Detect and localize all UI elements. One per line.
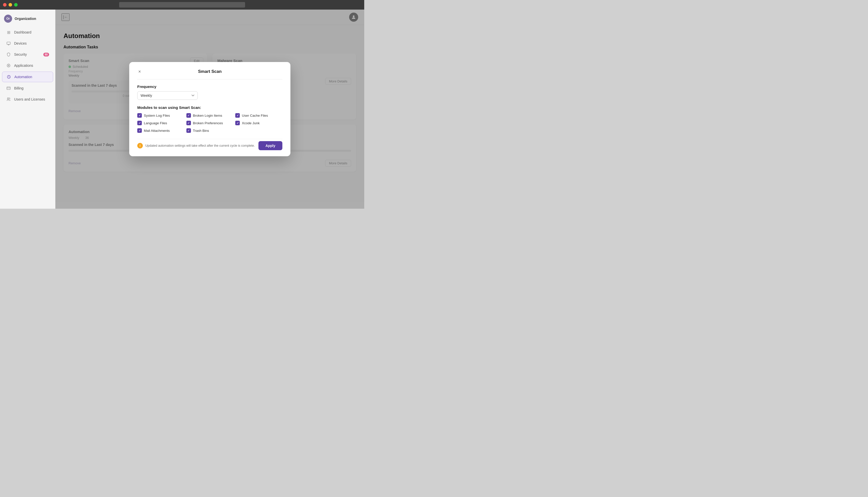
sidebar-item-label: Billing bbox=[14, 86, 24, 90]
module-label: Trash Bins bbox=[193, 129, 209, 132]
url-bar[interactable] bbox=[119, 2, 245, 8]
sidebar-item-users[interactable]: Users and Licenses bbox=[2, 94, 53, 104]
checkbox-xcode-junk[interactable] bbox=[235, 121, 240, 125]
devices-icon bbox=[6, 41, 11, 46]
checkbox-trash-bins[interactable] bbox=[187, 128, 191, 133]
sidebar-item-billing[interactable]: Billing bbox=[2, 83, 53, 93]
titlebar bbox=[0, 0, 364, 10]
module-label: Xcode Junk bbox=[242, 121, 260, 125]
billing-icon bbox=[6, 86, 11, 91]
smart-scan-modal: × Smart Scan Frequency Weekly Daily Mont… bbox=[129, 62, 291, 156]
shield-icon bbox=[6, 52, 11, 57]
module-label: Mail Attachments bbox=[144, 129, 170, 132]
sidebar-item-label: Applications bbox=[14, 63, 33, 68]
module-user-cache-files[interactable]: User Cache Files bbox=[235, 113, 282, 118]
module-label: Language Files bbox=[144, 121, 167, 125]
modal-footer: ! Updated automation settings will take … bbox=[137, 139, 282, 150]
modal-overlay[interactable]: × Smart Scan Frequency Weekly Daily Mont… bbox=[55, 10, 364, 209]
sidebar-item-security[interactable]: Security 60 bbox=[2, 49, 53, 59]
module-mail-attachments[interactable]: Mail Attachments bbox=[137, 128, 185, 133]
modules-title: Modules to scan using Smart Scan: bbox=[137, 105, 282, 110]
checkbox-language-files[interactable] bbox=[137, 121, 142, 125]
sidebar-item-devices[interactable]: Devices bbox=[2, 38, 53, 48]
minimize-traffic-light[interactable] bbox=[9, 3, 12, 6]
svg-rect-0 bbox=[7, 42, 10, 44]
frequency-section-title: Frequency bbox=[137, 84, 282, 89]
sidebar-item-label: Devices bbox=[14, 41, 27, 45]
sidebar-item-label: Automation bbox=[14, 75, 32, 79]
sidebar-item-label: Users and Licenses bbox=[14, 97, 45, 101]
main-content: |← Automation Automation Tasks Smart Sca… bbox=[55, 10, 364, 209]
sidebar-item-applications[interactable]: Applications bbox=[2, 60, 53, 71]
app-container: Or Organization ⊞ Dashboard Devices Secu… bbox=[0, 10, 364, 209]
users-icon bbox=[6, 97, 11, 102]
sidebar-item-dashboard[interactable]: ⊞ Dashboard bbox=[2, 27, 53, 37]
org-avatar: Or bbox=[4, 15, 12, 23]
module-system-log-files[interactable]: System Log Files bbox=[137, 113, 185, 118]
close-traffic-light[interactable] bbox=[3, 3, 6, 6]
module-xcode-junk[interactable]: Xcode Junk bbox=[235, 121, 282, 125]
module-label: Broken Login Items bbox=[193, 114, 222, 117]
org-header[interactable]: Or Organization bbox=[0, 13, 55, 27]
checkbox-broken-login-items[interactable] bbox=[187, 113, 191, 118]
security-badge: 60 bbox=[43, 53, 49, 56]
module-broken-preferences[interactable]: Broken Preferences bbox=[187, 121, 234, 125]
modal-title: Smart Scan bbox=[198, 69, 222, 74]
sidebar: Or Organization ⊞ Dashboard Devices Secu… bbox=[0, 10, 55, 209]
warning-icon: ! bbox=[137, 143, 143, 148]
svg-rect-4 bbox=[7, 87, 10, 90]
sidebar-item-label: Security bbox=[14, 53, 27, 56]
modal-header: × Smart Scan bbox=[137, 69, 282, 74]
checkbox-system-log-files[interactable] bbox=[137, 113, 142, 118]
module-label: System Log Files bbox=[144, 114, 170, 117]
automation-icon bbox=[6, 74, 11, 80]
modules-grid: System Log Files Broken Login Items User… bbox=[137, 113, 282, 133]
sidebar-item-label: Dashboard bbox=[14, 30, 31, 34]
checkbox-mail-attachments[interactable] bbox=[137, 128, 142, 133]
maximize-traffic-light[interactable] bbox=[14, 3, 18, 6]
dashboard-icon: ⊞ bbox=[6, 30, 11, 35]
module-label: User Cache Files bbox=[242, 114, 268, 117]
svg-point-6 bbox=[7, 98, 9, 99]
module-broken-login-items[interactable]: Broken Login Items bbox=[187, 113, 234, 118]
frequency-select[interactable]: Weekly Daily Monthly bbox=[137, 91, 198, 100]
module-label: Broken Preferences bbox=[193, 121, 223, 125]
module-trash-bins[interactable]: Trash Bins bbox=[187, 128, 234, 133]
checkbox-broken-preferences[interactable] bbox=[187, 121, 191, 125]
svg-point-2 bbox=[7, 64, 10, 67]
sidebar-item-automation[interactable]: Automation bbox=[2, 72, 53, 82]
warning-message: ! Updated automation settings will take … bbox=[137, 143, 255, 148]
apply-button[interactable]: Apply bbox=[259, 141, 282, 150]
modal-divider bbox=[137, 79, 282, 80]
applications-icon bbox=[6, 63, 11, 68]
modal-close-button[interactable]: × bbox=[137, 68, 142, 75]
checkbox-user-cache-files[interactable] bbox=[235, 113, 240, 118]
warning-text: Updated automation settings will take ef… bbox=[145, 144, 255, 147]
org-name: Organization bbox=[15, 17, 36, 21]
module-language-files[interactable]: Language Files bbox=[137, 121, 185, 125]
svg-point-1 bbox=[8, 65, 9, 66]
